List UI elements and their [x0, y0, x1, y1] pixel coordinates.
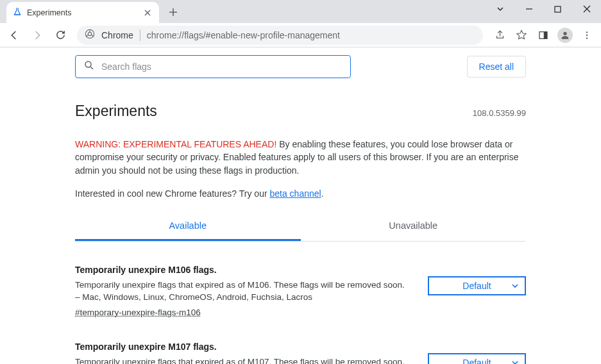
- chrome-icon: [85, 29, 95, 41]
- svg-point-6: [586, 31, 588, 33]
- svg-rect-0: [555, 6, 561, 12]
- tab-unavailable[interactable]: Unavailable: [301, 213, 527, 241]
- version-label: 108.0.5359.99: [473, 108, 526, 118]
- reset-all-button[interactable]: Reset all: [467, 56, 526, 78]
- page-title: Experiments: [75, 103, 157, 120]
- flag-title: Temporarily unexpire M106 flags.: [75, 265, 410, 275]
- kebab-menu-icon[interactable]: [577, 25, 597, 46]
- maximize-window-icon[interactable]: [543, 0, 572, 18]
- browser-tab[interactable]: Experiments: [6, 2, 159, 23]
- flag-row: Temporarily unexpire M107 flags.Temporar…: [75, 342, 526, 364]
- close-window-icon[interactable]: [572, 0, 601, 18]
- flask-icon: [13, 7, 22, 19]
- addr-prefix: Chrome: [101, 30, 133, 40]
- chevron-down-icon[interactable]: [486, 0, 514, 18]
- share-icon[interactable]: [489, 25, 510, 46]
- new-tab-button[interactable]: [164, 3, 182, 21]
- svg-point-5: [563, 31, 566, 35]
- svg-rect-4: [544, 31, 547, 38]
- bookmark-star-icon[interactable]: [511, 25, 532, 46]
- chevron-down-icon: [512, 281, 518, 291]
- svg-point-8: [586, 37, 588, 38]
- flag-select[interactable]: Default: [428, 353, 526, 364]
- warning-prefix: WARNING: EXPERIMENTAL FEATURES AHEAD!: [75, 139, 276, 149]
- search-icon: [83, 60, 95, 74]
- back-button[interactable]: [4, 25, 24, 46]
- svg-point-2: [88, 32, 91, 35]
- svg-point-7: [586, 34, 588, 35]
- search-flags-input[interactable]: [101, 62, 343, 72]
- search-flags-box[interactable]: [75, 55, 351, 78]
- addr-url: chrome://flags/#enable-new-profile-manag…: [147, 30, 475, 40]
- browser-toolbar: Chrome chrome://flags/#enable-new-profil…: [0, 23, 601, 47]
- profile-avatar[interactable]: [555, 25, 575, 46]
- reload-button[interactable]: [50, 25, 71, 46]
- sidepanel-icon[interactable]: [533, 25, 554, 46]
- page-viewport[interactable]: Reset all Experiments 108.0.5359.99 WARN…: [0, 47, 601, 364]
- flags-list: Temporarily unexpire M106 flags.Temporar…: [75, 242, 526, 364]
- svg-point-9: [85, 62, 91, 67]
- warning-text: WARNING: EXPERIMENTAL FEATURES AHEAD! By…: [75, 138, 526, 177]
- addr-separator: [140, 29, 140, 41]
- forward-button[interactable]: [27, 25, 47, 46]
- flag-description: Temporarily unexpire flags that expired …: [75, 279, 410, 304]
- flag-hash-link[interactable]: #temporary-unexpire-flags-m106: [75, 308, 410, 317]
- flag-select-value: Default: [462, 358, 491, 364]
- flags-tabs: Available Unavailable: [75, 213, 526, 242]
- flag-select-value: Default: [462, 281, 491, 291]
- interest-text: Interested in cool new Chrome features? …: [75, 188, 526, 199]
- window-titlebar: Experiments: [0, 0, 601, 23]
- flag-row: Temporarily unexpire M106 flags.Temporar…: [75, 265, 526, 317]
- beta-channel-link[interactable]: beta channel: [269, 188, 321, 199]
- tab-available[interactable]: Available: [75, 213, 301, 241]
- close-tab-icon[interactable]: [142, 8, 153, 18]
- minimize-window-icon[interactable]: [514, 0, 543, 18]
- flag-select[interactable]: Default: [428, 276, 526, 295]
- tab-title: Experiments: [27, 8, 137, 17]
- flag-title: Temporarily unexpire M107 flags.: [75, 342, 410, 352]
- address-bar[interactable]: Chrome chrome://flags/#enable-new-profil…: [77, 26, 483, 45]
- chevron-down-icon: [512, 358, 518, 364]
- flag-description: Temporarily unexpire flags that expired …: [75, 356, 410, 364]
